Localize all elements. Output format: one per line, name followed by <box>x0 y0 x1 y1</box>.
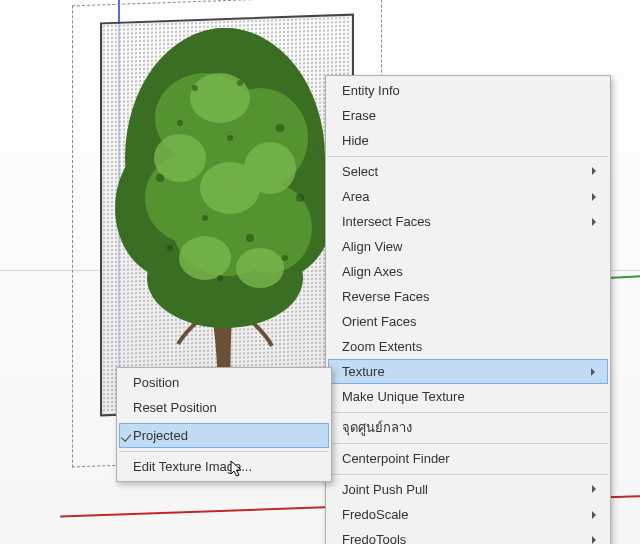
selected-face[interactable] <box>100 14 354 417</box>
menu-centerpoint-finder[interactable]: Centerpoint Finder <box>328 443 608 471</box>
menu-orient-faces[interactable]: Orient Faces <box>328 309 608 334</box>
menu-entity-info[interactable]: Entity Info <box>328 78 608 103</box>
menu-hide[interactable]: Hide <box>328 128 608 153</box>
context-menu-texture[interactable]: Position Reset Position Projected Edit T… <box>116 367 332 482</box>
menu-fredotools[interactable]: FredoTools <box>328 527 608 544</box>
submenu-edit-texture-image[interactable]: Edit Texture Image... <box>119 451 329 479</box>
menu-reverse-faces[interactable]: Reverse Faces <box>328 284 608 309</box>
context-menu-main[interactable]: Entity Info Erase Hide Select Area Inter… <box>325 75 611 544</box>
menu-fredoscale[interactable]: FredoScale <box>328 502 608 527</box>
submenu-reset-position[interactable]: Reset Position <box>119 395 329 420</box>
submenu-position[interactable]: Position <box>119 370 329 395</box>
menu-joint-push-pull[interactable]: Joint Push Pull <box>328 474 608 502</box>
menu-make-unique-texture[interactable]: Make Unique Texture <box>328 384 608 409</box>
submenu-projected[interactable]: Projected <box>119 423 329 448</box>
menu-texture[interactable]: Texture <box>328 359 608 384</box>
menu-erase[interactable]: Erase <box>328 103 608 128</box>
menu-intersect-faces[interactable]: Intersect Faces <box>328 209 608 234</box>
menu-align-view[interactable]: Align View <box>328 234 608 259</box>
menu-area[interactable]: Area <box>328 184 608 209</box>
menu-zoom-extents[interactable]: Zoom Extents <box>328 334 608 359</box>
menu-select[interactable]: Select <box>328 156 608 184</box>
menu-center-thai[interactable]: จุดศูนย์กลาง <box>328 412 608 440</box>
menu-align-axes[interactable]: Align Axes <box>328 259 608 284</box>
